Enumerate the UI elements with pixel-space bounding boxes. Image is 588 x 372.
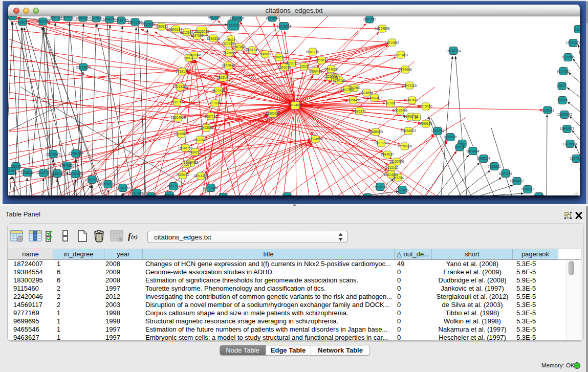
svg-text:417004: 417004	[209, 101, 221, 105]
svg-text:20364436: 20364436	[346, 98, 361, 102]
svg-text:15692971: 15692971	[560, 127, 575, 130]
svg-text:3215953: 3215953	[541, 108, 554, 112]
svg-text:1145194: 1145194	[51, 172, 64, 176]
svg-text:9129966: 9129966	[561, 55, 575, 59]
svg-text:20691406: 20691406	[36, 19, 51, 23]
svg-text:13226058: 13226058	[194, 30, 209, 33]
svg-text:10719155: 10719155	[114, 18, 129, 22]
svg-text:10958107: 10958107	[101, 182, 116, 186]
svg-text:9457791: 9457791	[167, 184, 180, 188]
svg-text:9515460: 9515460	[419, 104, 432, 108]
svg-text:9084067: 9084067	[381, 152, 394, 156]
svg-text:746266: 746266	[349, 86, 360, 90]
svg-text:16154808: 16154808	[375, 27, 390, 30]
svg-text:2367608: 2367608	[232, 45, 246, 49]
svg-text:16210643: 16210643	[557, 113, 572, 116]
svg-text:8958926: 8958926	[444, 135, 457, 139]
svg-text:19654923: 19654923	[171, 116, 186, 119]
svg-text:2087682: 2087682	[363, 17, 376, 21]
svg-text:15136141: 15136141	[373, 185, 388, 189]
svg-text:159815: 159815	[557, 98, 568, 102]
svg-text:1156829: 1156829	[21, 171, 34, 174]
svg-text:16914479: 16914479	[193, 174, 208, 178]
svg-text:(x): (x)	[131, 233, 138, 240]
svg-text:1388520: 1388520	[272, 55, 286, 59]
svg-text:19756928: 19756928	[398, 144, 412, 148]
svg-text:9474444: 9474444	[466, 149, 480, 153]
svg-text:5498222: 5498222	[188, 150, 202, 154]
svg-text:9146821: 9146821	[258, 52, 272, 56]
svg-text:9463627: 9463627	[405, 98, 419, 102]
svg-text:10688609: 10688609	[368, 130, 383, 134]
svg-text:435061: 435061	[10, 165, 21, 168]
svg-text:16033809: 16033809	[230, 16, 245, 20]
svg-text:12213967: 12213967	[385, 41, 400, 45]
svg-text:64: 64	[415, 116, 419, 119]
svg-text:7386372: 7386372	[353, 110, 366, 113]
svg-text:12942737: 12942737	[36, 171, 51, 174]
svg-text:546: 546	[228, 38, 234, 41]
svg-text:1167533: 1167533	[570, 157, 580, 160]
svg-text:7625402: 7625402	[176, 173, 189, 177]
svg-text:66753: 66753	[455, 145, 464, 149]
svg-text:19218506: 19218506	[277, 25, 292, 28]
svg-text:16046756: 16046756	[178, 146, 193, 150]
svg-text:16648784: 16648784	[446, 49, 461, 53]
svg-text:10654112: 10654112	[510, 179, 525, 183]
svg-text:1862314: 1862314	[49, 16, 62, 19]
svg-text:1405572: 1405572	[16, 20, 29, 24]
svg-text:17957225: 17957225	[85, 178, 100, 182]
svg-text:18807249: 18807249	[374, 141, 389, 145]
svg-text:7663822: 7663822	[155, 25, 168, 28]
svg-text:8822037: 8822037	[285, 61, 298, 65]
svg-text:7357224: 7357224	[227, 24, 240, 27]
svg-text:19654923: 19654923	[401, 129, 416, 133]
svg-text:13626: 13626	[299, 64, 309, 68]
svg-text:17016504: 17016504	[563, 142, 578, 146]
svg-text:1362615: 1362615	[278, 65, 291, 69]
svg-text:10025488: 10025488	[393, 108, 408, 112]
svg-text:252254: 252254	[393, 176, 404, 180]
svg-text:3675685: 3675685	[223, 51, 236, 55]
svg-text:1117: 1117	[575, 28, 580, 31]
svg-text:8813000: 8813000	[208, 16, 221, 19]
svg-text:904557: 904557	[8, 16, 18, 18]
svg-text:1527602: 1527602	[90, 16, 103, 20]
svg-text:20206576: 20206576	[46, 152, 61, 156]
svg-text:8878342: 8878342	[193, 138, 207, 142]
svg-text:8427552: 8427552	[212, 89, 225, 93]
svg-text:16671355: 16671355	[128, 20, 143, 24]
svg-text:8471676: 8471676	[499, 172, 512, 176]
svg-text:15716485: 15716485	[204, 186, 219, 190]
svg-text:8267110: 8267110	[205, 115, 217, 118]
svg-text:16120746: 16120746	[389, 160, 404, 163]
svg-text:1640954: 1640954	[431, 129, 444, 133]
svg-text:924506: 924506	[533, 194, 545, 195]
svg-text:7485063: 7485063	[399, 68, 412, 71]
svg-text:3824554: 3824554	[360, 91, 373, 95]
svg-text:1010755: 1010755	[170, 100, 184, 104]
svg-text:17359924: 17359924	[69, 151, 83, 155]
svg-text:7632621: 7632621	[488, 165, 501, 168]
svg-text:20053846: 20053846	[76, 65, 91, 69]
svg-text:11353594: 11353594	[199, 126, 214, 129]
svg-text:9227342: 9227342	[557, 70, 570, 73]
svg-text:245: 245	[333, 76, 338, 79]
svg-text:1615132: 1615132	[385, 166, 399, 169]
svg-text:2935114: 2935114	[477, 157, 490, 160]
svg-text:6961758: 6961758	[306, 50, 319, 54]
svg-text:62160: 62160	[386, 101, 395, 105]
svg-text:2803144: 2803144	[216, 76, 230, 79]
svg-text:7955812: 7955812	[315, 58, 328, 62]
svg-text:119235: 119235	[145, 194, 157, 195]
svg-text:4872: 4872	[558, 84, 566, 87]
svg-text:1733426: 1733426	[396, 188, 409, 192]
svg-text:12975115: 12975115	[402, 84, 417, 87]
svg-text:98901: 98901	[184, 56, 193, 60]
svg-text:18300295: 18300295	[266, 112, 280, 115]
svg-text:6794028: 6794028	[324, 68, 338, 71]
svg-text:39154: 39154	[8, 169, 16, 172]
svg-text:10807487: 10807487	[367, 96, 382, 100]
svg-text:8813054: 8813054	[266, 16, 279, 20]
svg-text:19975867: 19975867	[60, 164, 75, 167]
